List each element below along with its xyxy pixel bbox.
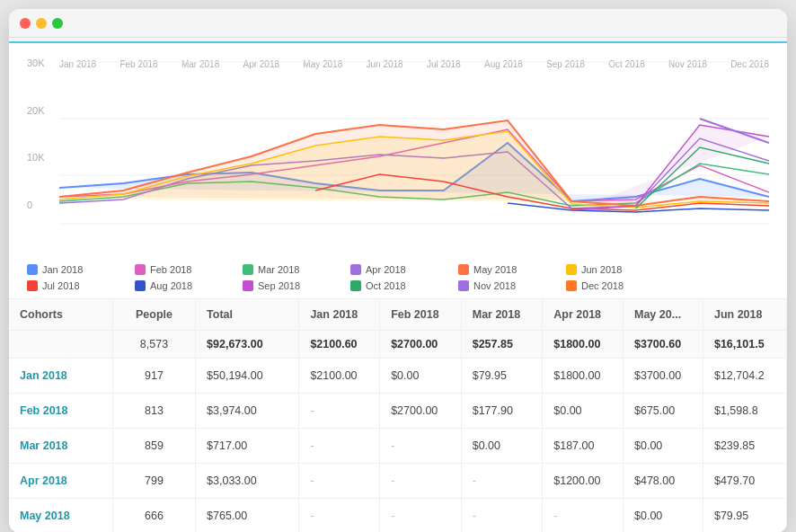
cell-r0-c1: 917 <box>112 359 195 394</box>
totals-cell-7: $3700.60 <box>624 331 703 359</box>
chart-svg <box>59 58 769 233</box>
close-button[interactable] <box>20 18 31 29</box>
cell-r2-c8: $239.85 <box>703 429 786 464</box>
dash-cell: - <box>310 510 314 522</box>
legend-color-9 <box>350 280 361 291</box>
y-label-0k: 0 <box>27 200 56 210</box>
main-window: 0 10K 20K 30K <box>9 9 787 532</box>
cell-r4-c2: $765.00 <box>196 499 299 533</box>
totals-row: 8,573$92,673.00$2100.60$2700.00$257.85$1… <box>9 331 787 359</box>
totals-cell-6: $1800.00 <box>543 331 624 359</box>
legend-item-aug2018: Aug 2018 <box>135 280 243 291</box>
cell-r4-c5: - <box>461 499 543 533</box>
cell-r2-c6: $187.00 <box>543 429 624 464</box>
dash-cell: - <box>473 474 476 487</box>
cell-r2-c1: 859 <box>112 429 195 464</box>
cell-r1-c8: $1,598.8 <box>703 394 786 429</box>
cell-r1-c0: Feb 2018 <box>9 394 112 429</box>
minimize-button[interactable] <box>36 18 47 29</box>
col-header-6: Apr 2018 <box>543 299 624 331</box>
cell-r0-c6: $1800.00 <box>543 359 624 394</box>
legend-label-3: Apr 2018 <box>366 264 406 275</box>
legend-color-4 <box>458 264 469 275</box>
legend-item-jul2018: Jul 2018 <box>27 280 135 291</box>
totals-cell-0 <box>9 331 112 359</box>
cell-r1-c2: $3,974.00 <box>196 394 299 429</box>
legend-color-3 <box>350 264 361 275</box>
cell-r0-c7: $3700.00 <box>624 359 703 394</box>
cell-r4-c4: - <box>380 499 462 533</box>
legend-label-0: Jan 2018 <box>42 264 83 275</box>
table-row: May 2018666$765.00----$0.00$79.95 <box>9 499 787 533</box>
col-header-0: Cohorts <box>9 299 112 331</box>
cell-r0-c3: $2100.00 <box>299 359 380 394</box>
legend-item-jan2018: Jan 2018 <box>27 264 135 275</box>
legend-item-oct2018: Oct 2018 <box>350 280 458 291</box>
y-label-30k: 30K <box>27 58 56 68</box>
cell-r1-c7: $675.00 <box>624 394 703 429</box>
maximize-button[interactable] <box>52 18 63 29</box>
cell-r2-c2: $717.00 <box>196 429 299 464</box>
col-header-3: Jan 2018 <box>299 299 380 331</box>
dash-cell: - <box>391 510 394 522</box>
legend-item-dec2018: Dec 2018 <box>566 280 674 291</box>
legend-label-7: Aug 2018 <box>150 280 192 291</box>
data-table-wrap: CohortsPeopleTotalJan 2018Feb 2018Mar 20… <box>9 299 787 532</box>
cell-r3-c8: $479.70 <box>703 464 786 499</box>
cell-r1-c5: $177.90 <box>461 394 543 429</box>
legend-item-may2018: May 2018 <box>458 264 566 275</box>
cell-r4-c7: $0.00 <box>624 499 703 533</box>
cell-r0-c5: $79.95 <box>461 359 543 394</box>
legend-label-10: Nov 2018 <box>473 280 516 291</box>
titlebar <box>9 9 787 38</box>
dash-cell: - <box>473 510 476 522</box>
col-header-4: Feb 2018 <box>380 299 462 331</box>
chart-area: 0 10K 20K 30K <box>9 43 787 298</box>
totals-cell-8: $16,101.5 <box>703 331 786 359</box>
legend-label-11: Dec 2018 <box>581 280 624 291</box>
legend-color-5 <box>566 264 577 275</box>
col-header-8: Jun 2018 <box>703 299 786 331</box>
col-header-7: May 20... <box>624 299 703 331</box>
table-row: Apr 2018799$3,033.00---$1200.00$478.00$4… <box>9 464 787 499</box>
legend-item-jun2018: Jun 2018 <box>566 264 674 275</box>
cell-r4-c3: - <box>299 499 380 533</box>
legend-color-1 <box>135 264 146 275</box>
cell-r3-c1: 799 <box>112 464 195 499</box>
legend-color-8 <box>243 280 253 291</box>
cohort-table: CohortsPeopleTotalJan 2018Feb 2018Mar 20… <box>9 299 787 532</box>
cell-r1-c3: - <box>299 394 380 429</box>
legend-label-4: May 2018 <box>473 264 517 275</box>
cell-r3-c3: - <box>299 464 380 499</box>
legend-item-apr2018: Apr 2018 <box>350 264 458 275</box>
legend-item-sep2018: Sep 2018 <box>243 280 350 291</box>
chart-container: 0 10K 20K 30K <box>27 58 769 255</box>
legend-color-2 <box>243 264 253 275</box>
cell-r3-c4: - <box>380 464 462 499</box>
cell-r4-c6: - <box>543 499 624 533</box>
cell-r2-c4: - <box>380 429 462 464</box>
cell-r2-c3: - <box>299 429 380 464</box>
legend-label-6: Jul 2018 <box>42 280 80 291</box>
totals-cell-1: 8,573 <box>112 331 195 359</box>
y-axis: 0 10K 20K 30K <box>27 58 56 210</box>
legend-label-8: Sep 2018 <box>258 280 300 291</box>
cell-r1-c6: $0.00 <box>543 394 624 429</box>
cell-r2-c5: $0.00 <box>461 429 543 464</box>
legend-label-5: Jun 2018 <box>581 264 622 275</box>
legend-item-mar2018: Mar 2018 <box>243 264 350 275</box>
legend-label-1: Feb 2018 <box>150 264 191 275</box>
dash-cell: - <box>310 474 314 487</box>
cell-r3-c7: $478.00 <box>624 464 703 499</box>
cell-r4-c1: 666 <box>112 499 195 533</box>
col-header-2: Total <box>196 299 299 331</box>
cell-r3-c2: $3,033.00 <box>196 464 299 499</box>
cell-r0-c0: Jan 2018 <box>9 359 112 394</box>
totals-cell-2: $92,673.00 <box>196 331 299 359</box>
legend-item-feb2018: Feb 2018 <box>135 264 243 275</box>
dash-cell: - <box>391 439 394 452</box>
cell-r2-c7: $0.00 <box>624 429 703 464</box>
dash-cell: - <box>553 510 557 522</box>
col-header-1: People <box>112 299 195 331</box>
col-header-5: Mar 2018 <box>461 299 543 331</box>
